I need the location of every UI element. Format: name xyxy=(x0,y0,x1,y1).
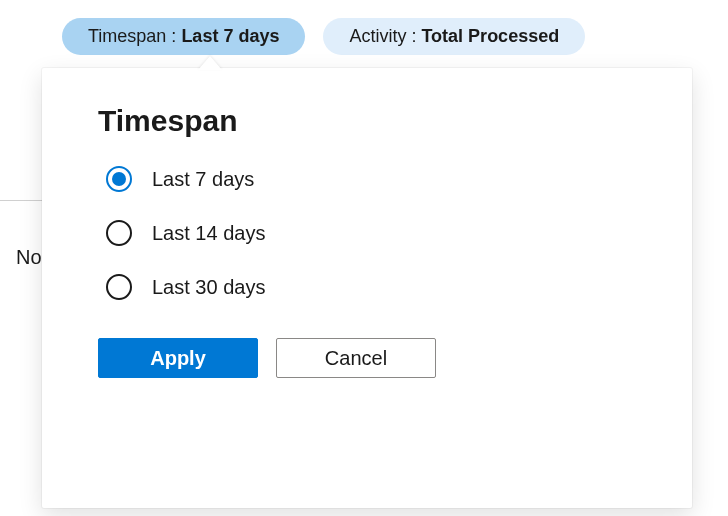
radio-dot-icon xyxy=(112,172,126,186)
radio-icon xyxy=(106,220,132,246)
radio-option-last-14-days[interactable]: Last 14 days xyxy=(106,220,636,246)
popup-caret xyxy=(198,56,222,70)
apply-button[interactable]: Apply xyxy=(98,338,258,378)
radio-icon xyxy=(106,166,132,192)
popup-button-row: Apply Cancel xyxy=(98,338,636,378)
timespan-popup: Timespan Last 7 days Last 14 days Last 3… xyxy=(42,68,692,508)
activity-pill[interactable]: Activity : Total Processed xyxy=(323,18,585,55)
timespan-pill-label: Timespan : xyxy=(88,26,181,46)
timespan-pill-value: Last 7 days xyxy=(181,26,279,46)
radio-label: Last 7 days xyxy=(152,168,254,191)
activity-pill-value: Total Processed xyxy=(421,26,559,46)
background-text: No xyxy=(16,246,42,269)
cancel-button[interactable]: Cancel xyxy=(276,338,436,378)
timespan-radio-group: Last 7 days Last 14 days Last 30 days xyxy=(98,166,636,300)
filter-pills-row: Timespan : Last 7 days Activity : Total … xyxy=(0,0,728,55)
activity-pill-label: Activity : xyxy=(349,26,421,46)
divider xyxy=(0,200,42,201)
timespan-pill[interactable]: Timespan : Last 7 days xyxy=(62,18,305,55)
radio-label: Last 30 days xyxy=(152,276,265,299)
radio-label: Last 14 days xyxy=(152,222,265,245)
radio-option-last-7-days[interactable]: Last 7 days xyxy=(106,166,636,192)
radio-option-last-30-days[interactable]: Last 30 days xyxy=(106,274,636,300)
popup-title: Timespan xyxy=(98,104,636,138)
radio-icon xyxy=(106,274,132,300)
